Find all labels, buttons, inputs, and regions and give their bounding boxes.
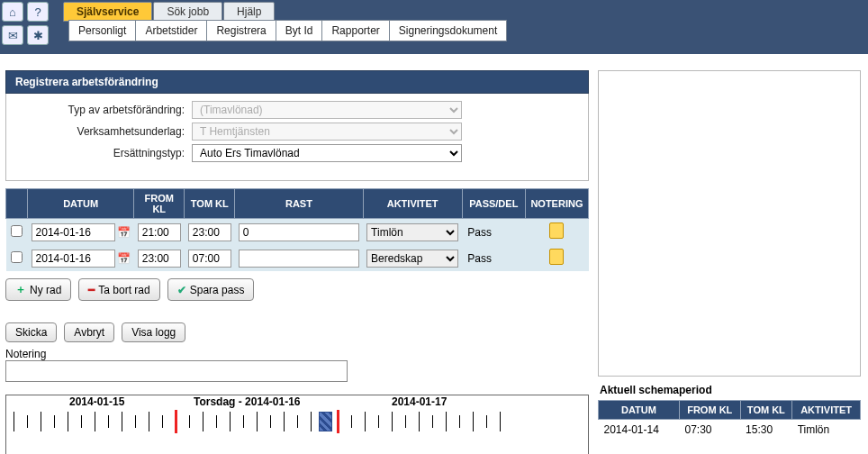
ersattning-label: Ersättningstyp: bbox=[21, 147, 192, 159]
rast-input[interactable] bbox=[239, 223, 359, 241]
timeline-block bbox=[319, 412, 332, 431]
tab-rapporter[interactable]: Rapporter bbox=[321, 20, 388, 41]
typ-select: (Timavlönad) bbox=[192, 101, 462, 119]
verksamhet-label: Verksamhetsunderlag: bbox=[21, 125, 192, 138]
notering-label: Notering bbox=[5, 348, 589, 360]
schedule-row: 2014-01-14 07:30 15:30 Timlön bbox=[599, 420, 861, 440]
home-icon[interactable]: ⌂ bbox=[2, 2, 23, 22]
page-title: Registrera arbetsförändring bbox=[5, 70, 589, 94]
tab-personligt[interactable]: Personligt bbox=[68, 20, 135, 41]
rcol-tom: TOM KL bbox=[740, 401, 792, 420]
datum-input[interactable] bbox=[32, 250, 115, 268]
schedule-header: Aktuell schemaperiod bbox=[598, 380, 861, 400]
rows-table: DATUM FROM KL TOM KL RAST AKTIVITET PASS… bbox=[5, 188, 589, 271]
from-input[interactable] bbox=[138, 223, 181, 241]
schedule-tom: 15:30 bbox=[740, 420, 792, 440]
tom-input[interactable] bbox=[188, 250, 231, 268]
row-actions: ＋Ny rad ━Ta bort rad ✔Spara pass bbox=[5, 278, 589, 301]
tab-arbetstider[interactable]: Arbetstider bbox=[135, 20, 206, 41]
rcol-datum: DATUM bbox=[599, 401, 680, 420]
col-datum: DATUM bbox=[28, 189, 134, 219]
timeline-day-1: 2014-01-15 bbox=[69, 395, 124, 408]
note-icon[interactable] bbox=[549, 222, 564, 239]
col-from: FROM KL bbox=[134, 189, 185, 219]
tab-sjalvservice[interactable]: Självservice bbox=[63, 2, 152, 22]
col-tom: TOM KL bbox=[185, 189, 235, 219]
skicka-button[interactable]: Skicka bbox=[5, 322, 57, 342]
timeline-day-2: Torsdag - 2014-01-16 bbox=[194, 395, 301, 408]
verksamhet-select: T Hemtjänsten bbox=[192, 123, 462, 141]
tab-signeringsdokument[interactable]: Signeringsdokument bbox=[389, 20, 507, 41]
visa-logg-button[interactable]: Visa logg bbox=[122, 322, 185, 342]
rast-input[interactable] bbox=[239, 250, 359, 268]
ersattning-select[interactable]: Auto Ers Timavlönad bbox=[192, 144, 462, 162]
aktivitet-select[interactable]: Timlön bbox=[366, 223, 458, 241]
rcol-from: FROM KL bbox=[679, 401, 740, 420]
rcol-aktivitet: AKTIVITET bbox=[792, 401, 861, 420]
schedule-datum: 2014-01-14 bbox=[599, 420, 680, 440]
primary-tabs: Självservice Sök jobb Hjälp bbox=[63, 2, 276, 22]
mail-icon[interactable]: ✉ bbox=[2, 25, 23, 45]
avbryt-button[interactable]: Avbryt bbox=[64, 322, 114, 342]
calendar-icon[interactable]: 📅 bbox=[117, 224, 131, 241]
datum-input[interactable] bbox=[32, 223, 115, 241]
form-actions: Skicka Avbryt Visa logg bbox=[5, 322, 589, 342]
tab-byt-id[interactable]: Byt Id bbox=[276, 20, 322, 41]
gear-icon[interactable]: ✱ bbox=[27, 25, 49, 45]
typ-label: Typ av arbetsförändring: bbox=[21, 104, 192, 116]
aktivitet-select[interactable]: Beredskap bbox=[366, 250, 458, 268]
tab-sok-jobb[interactable]: Sök jobb bbox=[153, 2, 222, 22]
passdel-value: Pass bbox=[462, 245, 525, 271]
secondary-tabs: Personligt Arbetstider Registrera Byt Id… bbox=[68, 20, 507, 41]
table-row: 📅 Beredskap Pass bbox=[6, 245, 589, 271]
row-checkbox[interactable] bbox=[11, 225, 23, 237]
tab-hjalp[interactable]: Hjälp bbox=[223, 2, 275, 22]
tom-input[interactable] bbox=[188, 223, 231, 241]
table-row: 📅 Timlön Pass bbox=[6, 219, 589, 246]
help-icon[interactable]: ? bbox=[27, 2, 49, 22]
col-notering: NOTERING bbox=[525, 189, 588, 219]
schedule-table: DATUM FROM KL TOM KL AKTIVITET 2014-01-1… bbox=[598, 400, 861, 440]
timeline: 2014-01-15 Torsdag - 2014-01-16 2014-01-… bbox=[5, 395, 589, 454]
tab-registrera[interactable]: Registrera bbox=[206, 20, 275, 41]
topbar-icon-group: ⌂ ? ✉ ✱ bbox=[0, 0, 50, 47]
schedule-from: 07:30 bbox=[679, 420, 740, 440]
col-passdel: PASS/DEL bbox=[462, 189, 525, 219]
timeline-day-3: 2014-01-17 bbox=[392, 395, 447, 408]
spara-pass-button[interactable]: ✔Spara pass bbox=[167, 278, 255, 301]
schedule-box bbox=[598, 70, 861, 377]
passdel-value: Pass bbox=[462, 219, 525, 246]
col-aktivitet: AKTIVITET bbox=[363, 189, 462, 219]
note-icon[interactable] bbox=[549, 249, 564, 265]
schedule-aktivitet: Timlön bbox=[792, 420, 861, 440]
form: Typ av arbetsförändring: (Timavlönad) Ve… bbox=[5, 94, 589, 181]
ny-rad-button[interactable]: ＋Ny rad bbox=[5, 278, 71, 301]
calendar-icon[interactable]: 📅 bbox=[117, 250, 131, 267]
ta-bort-rad-button[interactable]: ━Ta bort rad bbox=[78, 278, 159, 301]
col-rast: RAST bbox=[235, 189, 363, 219]
row-checkbox[interactable] bbox=[11, 251, 23, 263]
from-input[interactable] bbox=[138, 250, 181, 268]
topbar: ⌂ ? ✉ ✱ Självservice Sök jobb Hjälp Pers… bbox=[0, 0, 868, 54]
col-check bbox=[6, 189, 28, 219]
notering-input[interactable] bbox=[5, 360, 348, 382]
